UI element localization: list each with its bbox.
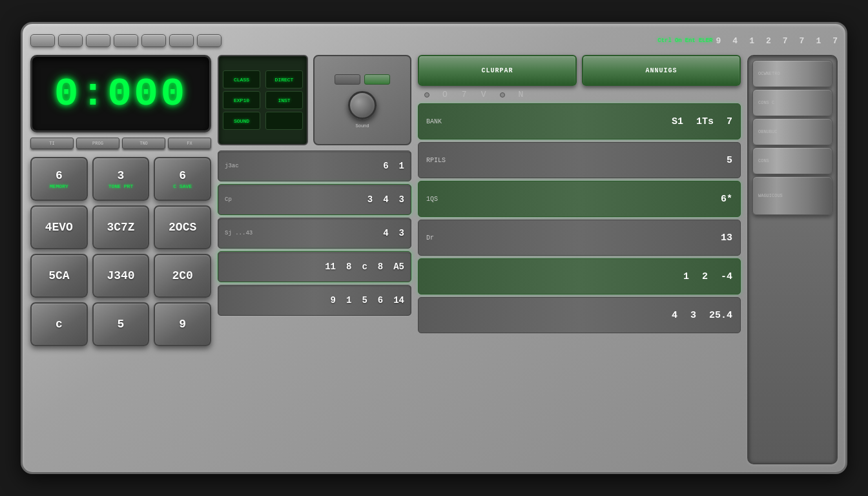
dt-num-bank-2: 7 (727, 116, 732, 127)
top-btn-2[interactable] (58, 34, 83, 47)
slider-3[interactable]: OBNUBUC (752, 118, 832, 145)
toggle-buttons-row: CLURPAR ANNUIGS (418, 55, 741, 86)
top-btn-3[interactable] (86, 34, 110, 47)
key-5ca[interactable]: 5CA (30, 254, 88, 298)
key-j340[interactable]: J340 (92, 254, 150, 298)
key-9[interactable]: 9 (154, 302, 211, 346)
key-main: 5 (118, 318, 125, 331)
mid-top: CLASS DIRECT EXP10 INST SOUND (218, 55, 411, 145)
ctrl-fx[interactable]: FX (168, 138, 211, 149)
slider-4[interactable]: CONS (752, 147, 832, 174)
row-label-2: Cp (225, 196, 244, 203)
mini-btn-left[interactable] (335, 74, 360, 85)
lcd-row-2: EXP10 INST (223, 91, 303, 109)
dt-nums-4: 1 2 -4 (683, 271, 732, 282)
data-row-3: Sj ...43 4 3 (218, 218, 411, 249)
slider-5-big[interactable]: WAGUICOUS (752, 176, 832, 215)
num-9: 9 (716, 36, 721, 46)
top-btn-1[interactable] (30, 34, 55, 47)
dt-label-1qs: 1QS (426, 196, 452, 203)
mini-btn-right[interactable] (364, 74, 390, 85)
data-row-1: j3ac 6 1 (218, 150, 411, 181)
key-2c0[interactable]: 2C0 (154, 254, 211, 298)
slider-label-3: OBNUBUC (758, 129, 777, 134)
key-main: 2C0 (172, 269, 192, 282)
row-num-4-3: 8 (378, 262, 383, 272)
key-2ocs[interactable]: 2OCS (154, 205, 211, 249)
main-area: 0:000 TI PROG TNO FX 6 MEMORY 3 TONE PRT (30, 55, 838, 464)
top-btn-6[interactable] (169, 34, 194, 47)
key-c[interactable]: c (30, 302, 88, 346)
keypad: 6 MEMORY 3 TONE PRT 6 C SAVE 4EVO 3C7Z (30, 157, 211, 346)
row-num-3-1: 3 (399, 228, 404, 238)
display-controls: TI PROG TNO FX (30, 138, 211, 149)
row-num-4-0: 11 (325, 262, 336, 272)
row-num-2-0: 3 (367, 194, 373, 205)
dt-row-rpils: RPILS 5 (418, 142, 741, 178)
eler-label: ELER (699, 37, 713, 44)
key-6-2[interactable]: 6 C SAVE (154, 157, 211, 201)
num-1: 1 (749, 36, 754, 46)
status-numbers: 9 4 1 2 7 7 1 7 (716, 36, 838, 46)
ctrl-label: Ctrl (657, 37, 672, 44)
ctrl-prog[interactable]: PROG (76, 138, 119, 149)
key-main: J340 (107, 269, 134, 282)
top-btn-5[interactable] (141, 34, 166, 47)
row-num-4-1: 8 (346, 262, 351, 272)
key-main: 6 (56, 169, 63, 182)
lcd-exp10: EXP10 (223, 91, 260, 109)
num-4: 4 (732, 36, 738, 46)
num-2: 2 (766, 36, 771, 46)
ctrl-tno[interactable]: TNO (122, 138, 165, 149)
dt-row-5: 4 3 25.4 (418, 297, 741, 333)
data-row-4: 11 8 c 8 A5 (218, 251, 411, 282)
dt-num-dr-2: 13 (721, 232, 732, 243)
dt-num-5-1: 3 (690, 310, 696, 321)
key-main: 6 (179, 169, 186, 182)
dt-label-bank: BANK (426, 118, 452, 125)
key-3c7z[interactable]: 3C7Z (92, 205, 150, 249)
key-main: 4EVO (45, 221, 73, 234)
toggle-annuigs[interactable]: ANNUIGS (582, 55, 741, 86)
row-num-4-4: A5 (393, 262, 404, 272)
dt-num-5-0: 4 (672, 310, 677, 321)
key-3[interactable]: 3 TONE PRT (92, 157, 150, 201)
key-main: 3 (118, 169, 125, 182)
key-6-1[interactable]: 6 MEMORY (30, 157, 88, 201)
toggle-clurpar[interactable]: CLURPAR (418, 55, 577, 86)
top-btn-4[interactable] (114, 34, 138, 47)
key-4evo[interactable]: 4EVO (30, 205, 88, 249)
left-section: 0:000 TI PROG TNO FX 6 MEMORY 3 TONE PRT (30, 55, 211, 464)
dt-label-dr: Dr (426, 234, 452, 242)
oven-label-area: O 7 V N (418, 90, 741, 99)
dt-nums-1qs: 6* (721, 194, 732, 205)
lcd-direct: DIRECT (265, 70, 303, 88)
num-7c: 7 (832, 36, 838, 46)
data-row-5: 9 1 5 6 14 (218, 285, 411, 316)
oven-label-n: N (518, 90, 524, 99)
key-main: c (56, 318, 63, 331)
ctrl-ti[interactable]: TI (30, 138, 74, 149)
top-btn-7[interactable] (197, 34, 222, 47)
key-sub: TONE PRT (108, 183, 133, 189)
key-5[interactable]: 5 (92, 302, 150, 346)
num-7a: 7 (783, 36, 788, 46)
data-row-2: Cp 3 4 3 (218, 184, 411, 215)
main-knob[interactable] (348, 91, 377, 119)
row-nums-4: 11 8 c 8 A5 (325, 262, 404, 272)
slider-2[interactable]: CONS C (752, 89, 832, 116)
row-nums-3: 4 3 (383, 228, 404, 238)
dt-num-1qs-2: 6* (721, 194, 732, 205)
dt-num-bank-0: S1 (672, 116, 683, 127)
dt-nums-dr: 13 (721, 232, 732, 243)
row-num-5-2: 5 (362, 295, 367, 305)
dt-nums-bank: S1 1Ts 7 (672, 116, 732, 127)
on-label: On (675, 37, 682, 44)
slider-1[interactable]: OCWNETRO (752, 60, 832, 87)
num-1b: 1 (816, 36, 821, 46)
dt-num-5-2: 25.4 (709, 310, 732, 321)
row-num-1-1: 1 (399, 161, 404, 171)
dt-num-4-2: -4 (721, 271, 732, 282)
dt-num-4-1: 2 (702, 271, 708, 282)
lcd-panel: CLASS DIRECT EXP10 INST SOUND (218, 55, 308, 145)
